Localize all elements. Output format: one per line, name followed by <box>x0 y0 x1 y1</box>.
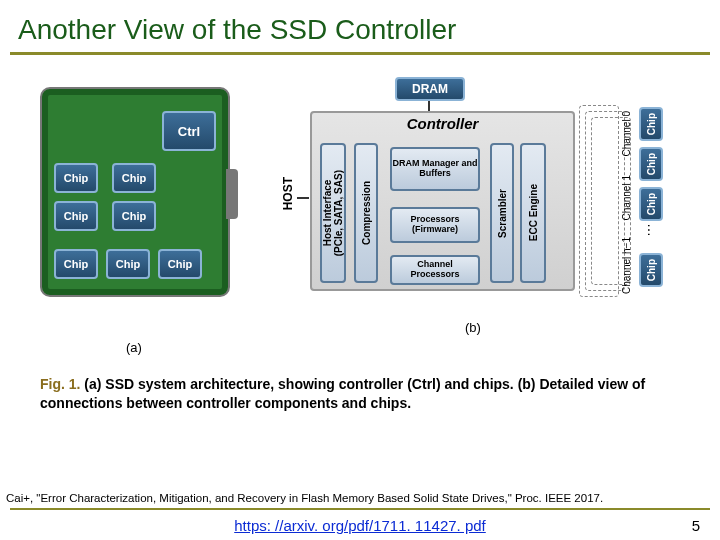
figure-area: Ctrl Chip Chip Chip Chip Chip Chip Chip … <box>40 77 680 337</box>
host-label: HOST <box>281 177 295 210</box>
source-link[interactable]: https: //arxiv. org/pdf/1711. 11427. pdf <box>0 517 720 534</box>
dram-manager-block: DRAM Manager and Buffers <box>390 147 480 191</box>
footer-rule <box>10 508 710 510</box>
host-interface-block: Host Interface (PCIe, SATA, SAS) <box>320 143 346 283</box>
flash-chip: Chip <box>106 249 150 279</box>
controller-box: Controller Host Interface (PCIe, SATA, S… <box>310 111 575 291</box>
arrow-icon <box>428 101 430 111</box>
chip-block: Chip <box>639 107 663 141</box>
caption-text-a: (a) SSD system architecture, showing con… <box>84 376 513 392</box>
title-rule <box>10 52 710 55</box>
channel-processors-block: Channel Processors <box>390 255 480 285</box>
sublabel-a: (a) <box>126 340 142 355</box>
sublabel-b: (b) <box>465 320 481 335</box>
dram-block: DRAM <box>395 77 465 101</box>
fig-label: Fig. 1. <box>40 376 80 392</box>
chip-block: Chip <box>639 187 663 221</box>
channel-label-1: Channel 1 <box>621 175 632 221</box>
flash-chip: Chip <box>54 201 98 231</box>
controller-chip: Ctrl <box>162 111 216 151</box>
chip-block: Chip <box>639 147 663 181</box>
chip-block: Chip <box>639 253 663 287</box>
flash-chip: Chip <box>54 163 98 193</box>
channel-label-0: Channel 0 <box>621 111 632 157</box>
slide-title: Another View of the SSD Controller <box>0 0 720 52</box>
scrambler-block: Scrambler <box>490 143 514 283</box>
flash-chip: Chip <box>112 201 156 231</box>
flash-chip: Chip <box>158 249 202 279</box>
controller-diagram: HOST DRAM Controller Host Interface (PCI… <box>265 77 680 317</box>
ecc-block: ECC Engine <box>520 143 546 283</box>
channel-label-h: Channel h−1 <box>621 237 632 294</box>
flash-chip: Chip <box>112 163 156 193</box>
citation: Cai+, "Error Characterization, Mitigatio… <box>6 492 714 504</box>
compression-block: Compression <box>354 143 378 283</box>
figure-caption: Fig. 1. (a) SSD system architecture, sho… <box>40 375 680 413</box>
ssd-pcb: Ctrl Chip Chip Chip Chip Chip Chip Chip <box>40 87 230 297</box>
ellipsis: … <box>645 223 661 237</box>
arrow-icon <box>297 197 309 199</box>
processors-block: Processors (Firmware) <box>390 207 480 243</box>
page-number: 5 <box>692 517 700 534</box>
flash-chip: Chip <box>54 249 98 279</box>
controller-label: Controller <box>312 115 573 132</box>
